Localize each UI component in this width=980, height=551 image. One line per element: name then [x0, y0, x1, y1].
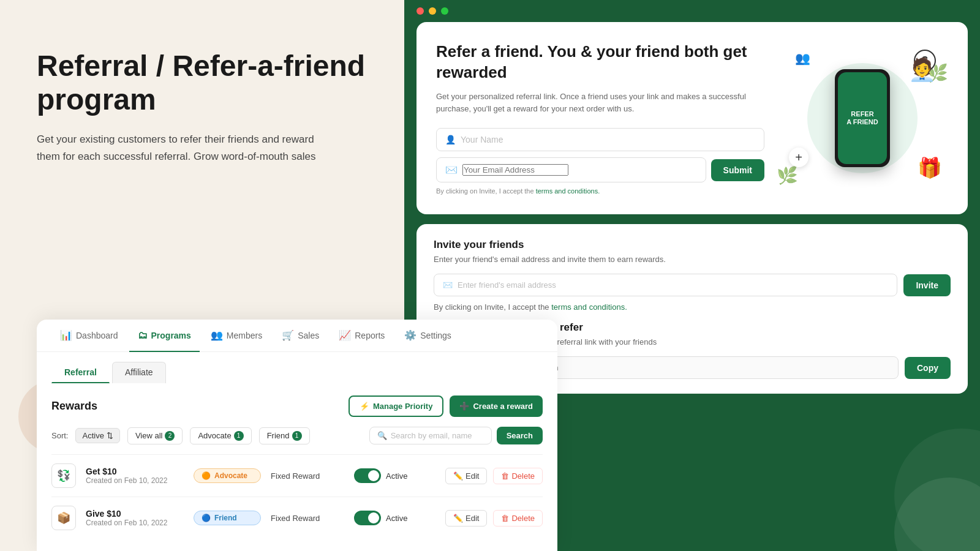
delete-button-give10[interactable]: 🗑 Delete	[493, 510, 543, 527]
create-reward-button[interactable]: ➕ Create a reward	[450, 395, 543, 417]
invite-input-row: ✉️ Enter friend's email address Invite	[434, 274, 951, 296]
invite-section-description: Enter your friend's email address and in…	[434, 255, 951, 264]
browser-chrome	[404, 0, 980, 22]
tab-members[interactable]: 👥 Members	[202, 320, 271, 352]
reward-tag-advocate: 🟠 Advocate	[194, 468, 261, 483]
reward-date-give10: Created on Feb 10, 2022	[86, 519, 184, 527]
browser-dot-minimize[interactable]	[429, 7, 436, 15]
delete-icon-2: 🗑	[501, 514, 509, 523]
deco-green-circle-2	[894, 429, 980, 551]
referral-terms: By clicking on Invite, I accept the term…	[436, 187, 764, 195]
sales-icon: 🛒	[282, 329, 294, 341]
copy-button[interactable]: Copy	[905, 357, 951, 379]
search-input-field[interactable]: 🔍 Search by email, name	[369, 427, 492, 444]
name-field[interactable]: 👤	[436, 128, 764, 151]
reward-tag-friend: 🔵 Friend	[194, 511, 261, 525]
tab-settings[interactable]: ⚙️ Settings	[396, 320, 460, 352]
referral-illustration: 👥 $ + 🎁 🧑‍💼 REFER A FRIEND 🌿 🌿	[777, 45, 948, 192]
gift-icon: 🎁	[918, 156, 942, 179]
tab-sales[interactable]: 🛒 Sales	[273, 320, 328, 352]
email-input-wrapper[interactable]: ✉️	[436, 157, 706, 182]
person-icon: 🧑‍💼	[908, 57, 936, 83]
invite-section: Invite your friends Enter your friend's …	[434, 239, 951, 312]
active-toggle-give10[interactable]	[354, 511, 381, 525]
manage-priority-button[interactable]: ⚡ Manage Priority	[349, 395, 444, 417]
rewards-header: Rewards ⚡ Manage Priority ➕ Create a rew…	[51, 395, 543, 417]
submit-button[interactable]: Submit	[711, 159, 764, 181]
advocate-filter-button[interactable]: Advocate 1	[190, 427, 251, 444]
invite-email-icon: ✉️	[443, 280, 453, 290]
reward-list: 💱 Get $10 Created on Feb 10, 2022 🟠 Advo…	[51, 454, 543, 539]
create-reward-icon: ➕	[459, 402, 469, 411]
browser-dot-close[interactable]	[417, 7, 424, 15]
programs-icon: 🗂	[138, 330, 148, 341]
sort-chevron-icon: ⇅	[107, 431, 113, 440]
edit-icon: ✏️	[453, 471, 463, 481]
delete-button-get10[interactable]: 🗑 Delete	[493, 468, 543, 484]
nav-tabs: 📊 Dashboard 🗂 Programs 👥 Members 🛒 Sales…	[37, 320, 557, 352]
reward-toggle-give10: Active	[354, 511, 415, 525]
phone-illustration: REFER A FRIEND	[835, 69, 890, 167]
manage-priority-icon: ⚡	[360, 402, 369, 411]
reward-type-get10: Fixed Reward	[271, 471, 344, 481]
referral-form: 👤 ✉️ Submit	[436, 128, 764, 182]
referral-terms-link[interactable]: terms and conditions.	[536, 187, 600, 195]
tab-dashboard[interactable]: 📊 Dashboard	[51, 320, 127, 352]
status-label-give10: Active	[386, 514, 407, 523]
referral-widget-description: Get your personalized referral link. Onc…	[436, 91, 764, 116]
invite-button[interactable]: Invite	[903, 274, 951, 296]
invite-terms: By clicking on Invite, I accept the term…	[434, 302, 951, 312]
name-input[interactable]	[461, 135, 755, 144]
email-row: ✉️ Submit	[436, 157, 764, 182]
active-toggle-get10[interactable]	[354, 468, 381, 483]
dashboard-card: 📊 Dashboard 🗂 Programs 👥 Members 🛒 Sales…	[37, 320, 557, 551]
view-all-count: 2	[165, 431, 175, 441]
tab-reports[interactable]: 📈 Reports	[330, 320, 393, 352]
reward-name-get10: Get $10	[86, 467, 184, 476]
referral-widget: Refer a friend. You & your friend both g…	[417, 22, 968, 214]
sort-badge[interactable]: Active ⇅	[75, 428, 119, 443]
reward-icon-give10: 📦	[51, 506, 76, 530]
left-panel: Referral / Refer-a-friend program Get yo…	[0, 0, 404, 551]
main-description: Get your existing customers to refer the…	[37, 131, 318, 164]
friend-filter-button[interactable]: Friend 1	[259, 427, 310, 444]
table-row: 📦 Give $10 Created on Feb 10, 2022 🔵 Fri…	[51, 497, 543, 539]
status-label-get10: Active	[386, 471, 407, 481]
rewards-section: Rewards ⚡ Manage Priority ➕ Create a rew…	[37, 383, 557, 551]
invite-email-field[interactable]: ✉️ Enter friend's email address	[434, 274, 897, 296]
friend-count: 1	[292, 431, 302, 441]
leaf-icon-left: 🌿	[777, 165, 798, 186]
reports-icon: 📈	[339, 329, 351, 341]
reward-type-give10: Fixed Reward	[271, 514, 344, 523]
sort-label: Sort:	[51, 431, 68, 440]
rewards-title: Rewards	[51, 400, 97, 413]
rewards-actions: ⚡ Manage Priority ➕ Create a reward	[349, 395, 543, 417]
edit-icon-2: ✏️	[453, 514, 463, 523]
reward-date-get10: Created on Feb 10, 2022	[86, 476, 184, 485]
sub-tab-affiliate[interactable]: Affiliate	[112, 362, 166, 383]
settings-icon: ⚙️	[404, 329, 417, 341]
edit-button-give10[interactable]: ✏️ Edit	[445, 510, 487, 527]
tab-programs[interactable]: 🗂 Programs	[129, 320, 200, 352]
sub-tab-referral[interactable]: Referral	[51, 362, 110, 383]
phone-screen: REFER A FRIEND	[838, 72, 887, 164]
delete-icon: 🗑	[501, 471, 509, 481]
invite-terms-link[interactable]: terms and conditions.	[551, 302, 627, 312]
reward-info-give10: Give $10 Created on Feb 10, 2022	[86, 509, 184, 527]
edit-button-get10[interactable]: ✏️ Edit	[445, 468, 487, 484]
email-input[interactable]	[462, 164, 568, 176]
search-button[interactable]: Search	[497, 427, 543, 444]
view-all-button[interactable]: View all 2	[127, 427, 183, 444]
search-container: 🔍 Search by email, name Search	[369, 427, 543, 444]
email-icon: ✉️	[445, 164, 458, 176]
referral-widget-title: Refer a friend. You & your friend both g…	[436, 42, 764, 83]
members-icon: 👥	[211, 329, 223, 341]
dashboard-icon: 📊	[60, 329, 72, 341]
browser-dot-maximize[interactable]	[441, 7, 448, 15]
reward-name-give10: Give $10	[86, 509, 184, 519]
main-headline: Referral / Refer-a-friend program	[37, 49, 368, 116]
sub-tabs: Referral Affiliate	[37, 352, 557, 383]
reward-icon-get10: 💱	[51, 463, 76, 488]
search-icon: 🔍	[377, 431, 387, 440]
reward-actions-get10: ✏️ Edit 🗑 Delete	[445, 468, 543, 484]
